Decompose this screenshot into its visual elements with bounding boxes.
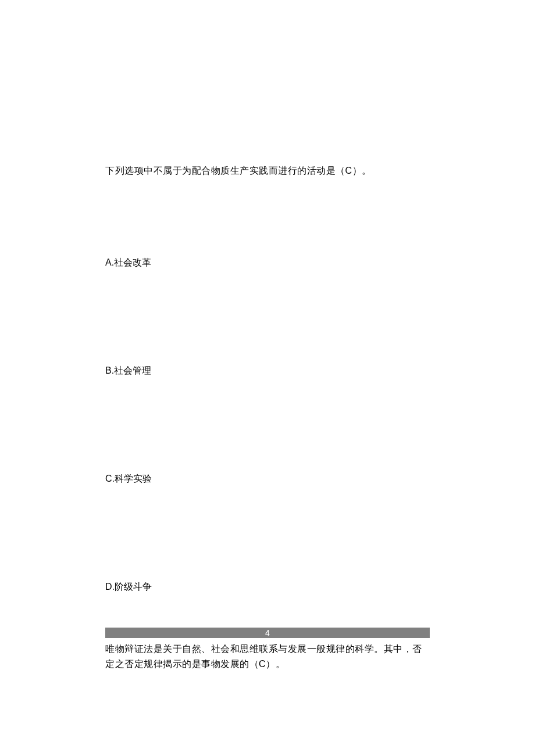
option-b-prefix: B. <box>105 366 114 375</box>
option-c-prefix: C. <box>105 474 115 483</box>
option-d-text: 阶级斗争 <box>115 582 152 592</box>
question-3-answer: C <box>345 166 352 175</box>
question-4-answer: C <box>259 659 266 669</box>
question-4-stem-part2: ）。 <box>266 659 285 669</box>
question-4-text: 唯物辩证法是关于自然、社会和思维联系与发展一般规律的科学。其中，否定之否定规律揭… <box>105 642 430 671</box>
option-c: C.科学实验 <box>105 472 430 486</box>
option-b: B.社会管理 <box>105 364 430 378</box>
option-a-text: 社会改革 <box>114 257 151 267</box>
option-a-prefix: A. <box>105 257 114 267</box>
option-a: A.社会改革 <box>105 256 430 270</box>
option-d-prefix: D. <box>105 582 115 592</box>
question-number-4: 4 <box>265 628 270 637</box>
question-divider: 4 <box>105 628 430 638</box>
option-c-text: 科学实验 <box>115 474 152 483</box>
question-3-stem-part2: ）。 <box>352 166 372 175</box>
document-content: 下列选项中不属于为配合物质生产实践而进行的活动是（C）。 A.社会改革 B.社会… <box>105 164 430 671</box>
question-3-stem-part1: 下列选项中不属于为配合物质生产实践而进行的活动是（ <box>105 166 345 175</box>
question-3-text: 下列选项中不属于为配合物质生产实践而进行的活动是（C）。 <box>105 164 430 178</box>
option-b-text: 社会管理 <box>114 366 151 375</box>
option-d: D.阶级斗争 <box>105 580 430 594</box>
